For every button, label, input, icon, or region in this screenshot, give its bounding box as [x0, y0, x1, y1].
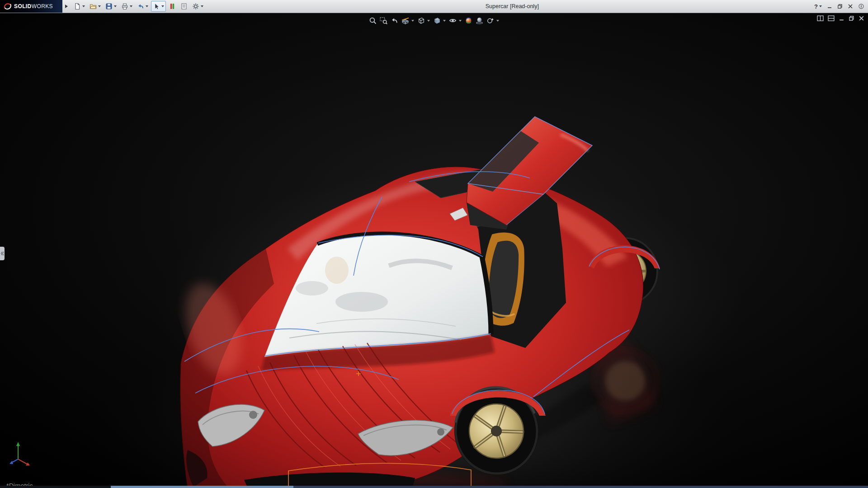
appearance-ball-icon [465, 17, 472, 24]
undo-icon [137, 3, 144, 10]
file-properties-button[interactable] [179, 1, 189, 12]
document-close-icon[interactable] [859, 15, 864, 21]
help-button[interactable]: ? [814, 3, 822, 10]
ds-compass-icon [858, 3, 864, 9]
zoom-to-fit-icon [369, 17, 377, 24]
document-minimize-icon[interactable] [839, 15, 844, 21]
zoom-to-area-icon [380, 17, 387, 24]
section-view-icon [401, 17, 409, 24]
document-restore-icon[interactable] [849, 15, 854, 21]
print-button[interactable] [119, 1, 134, 12]
new-document-icon [74, 3, 81, 10]
orientation-triad [7, 439, 33, 468]
options-button[interactable] [190, 1, 205, 12]
dropdown-arrow-icon [459, 20, 462, 22]
close-icon [848, 4, 853, 9]
apply-scene-button[interactable] [476, 17, 483, 24]
dropdown-arrow-icon [98, 5, 101, 7]
window-restore-button[interactable] [837, 4, 843, 9]
hide-show-items-button[interactable] [449, 17, 462, 24]
rebuild-icon [169, 3, 176, 10]
open-document-button[interactable] [88, 1, 103, 12]
restore-icon [837, 4, 843, 9]
print-icon [121, 3, 128, 10]
window-close-button[interactable] [848, 4, 853, 9]
dropdown-arrow-icon [130, 5, 132, 7]
status-bar [0, 486, 868, 488]
open-document-icon [90, 3, 97, 10]
menu-flyout-arrow[interactable] [63, 1, 70, 11]
options-gear-icon [192, 3, 199, 10]
rebuild-button[interactable] [167, 1, 178, 12]
view-settings-button[interactable] [486, 17, 499, 24]
new-document-button[interactable] [72, 1, 87, 12]
window-minimize-button[interactable] [827, 4, 832, 9]
window-title: Supercar [Read-only] [486, 0, 539, 13]
help-label: ? [814, 3, 818, 10]
undo-button[interactable] [135, 1, 150, 12]
dropdown-arrow-icon [819, 5, 822, 7]
split-pane-vertical-icon[interactable] [817, 15, 824, 21]
dropdown-arrow-icon [427, 20, 430, 22]
featuremanager-collapse-tab[interactable] [0, 247, 5, 260]
view-orientation-cube-icon [417, 17, 425, 24]
brand-text: SOLIDWORKS [14, 3, 53, 9]
heads-up-view-toolbar [364, 16, 504, 25]
ds-corner-logo [858, 3, 864, 9]
quick-access-toolbar [71, 0, 206, 13]
ds-logo-icon [4, 3, 12, 10]
view-settings-icon [486, 17, 494, 24]
title-bar: SOLIDWORKS [0, 0, 868, 13]
eye-icon [449, 17, 457, 24]
zoom-to-fit-button[interactable] [369, 17, 377, 24]
dropdown-arrow-icon [161, 5, 164, 7]
dropdown-arrow-icon [443, 20, 446, 22]
display-style-icon [433, 17, 441, 24]
file-properties-icon [180, 3, 188, 10]
section-view-button[interactable] [401, 17, 414, 24]
titlebar-controls: ? [814, 3, 868, 10]
previous-view-button[interactable] [391, 17, 398, 24]
view-orientation-button[interactable] [417, 17, 430, 24]
solidworks-logo: SOLIDWORKS [0, 0, 62, 13]
dropdown-arrow-icon [201, 5, 203, 7]
dropdown-arrow-icon [82, 5, 85, 7]
edit-appearance-button[interactable] [465, 17, 472, 24]
save-button[interactable] [104, 1, 118, 12]
dropdown-arrow-icon [146, 5, 148, 7]
graphics-viewport[interactable]: *Dimetric [0, 13, 868, 488]
dropdown-arrow-icon [411, 20, 414, 22]
scene-ball-icon [476, 17, 483, 24]
dropdown-arrow-icon [496, 20, 499, 22]
car-model-3d[interactable] [0, 13, 868, 488]
save-icon [105, 3, 113, 10]
split-pane-horizontal-icon[interactable] [828, 15, 835, 21]
minimize-icon [827, 4, 832, 9]
previous-view-icon [391, 17, 398, 24]
select-tool-button[interactable] [151, 1, 166, 12]
select-cursor-icon [153, 3, 160, 10]
chevron-left-icon [0, 251, 4, 256]
flyout-triangle-icon [65, 5, 68, 8]
display-style-button[interactable] [433, 17, 446, 24]
dropdown-arrow-icon [114, 5, 117, 7]
document-window-controls [817, 15, 864, 21]
zoom-to-area-button[interactable] [380, 17, 387, 24]
